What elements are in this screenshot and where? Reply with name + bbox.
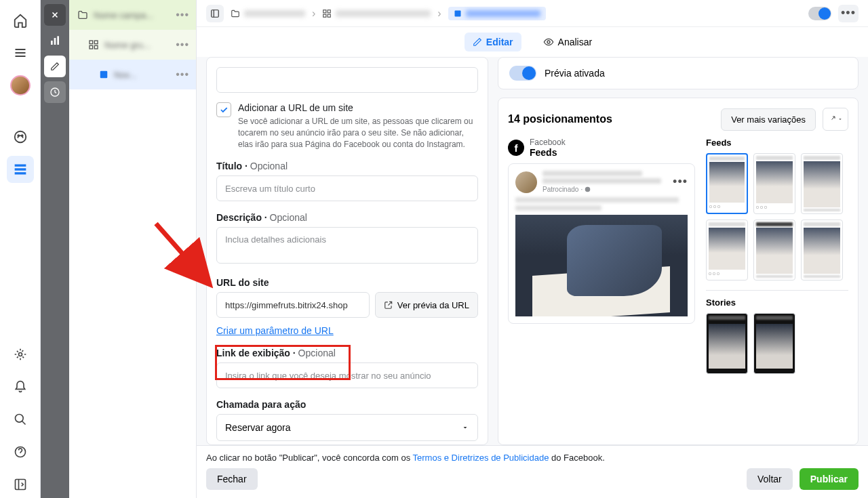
chevron-down-icon xyxy=(461,423,469,432)
svg-point-1 xyxy=(18,135,19,136)
more-icon[interactable]: ••• xyxy=(176,39,189,51)
thumbnail[interactable] xyxy=(801,220,843,281)
folder-icon xyxy=(231,9,240,18)
more-icon[interactable]: ••• xyxy=(176,68,189,81)
ad-preview: f Facebook Feeds xyxy=(508,138,695,383)
grid-icon xyxy=(88,39,99,50)
more-icon[interactable]: ••• xyxy=(838,5,859,22)
tree-ad[interactable]: Nov... ••• xyxy=(69,60,196,89)
more-variations-button[interactable]: Ver mais variações xyxy=(721,108,816,131)
tool-sidebar xyxy=(41,0,69,498)
table-icon[interactable] xyxy=(7,156,34,183)
svg-rect-10 xyxy=(51,41,53,45)
add-url-desc: Se você adicionar a URL de um site, as p… xyxy=(238,116,478,150)
crumb-adset[interactable] xyxy=(322,9,431,18)
crumb-campaign[interactable] xyxy=(231,9,305,18)
svg-rect-19 xyxy=(212,9,219,17)
svg-rect-14 xyxy=(90,41,93,44)
add-url-checkbox[interactable] xyxy=(216,102,231,117)
disclaimer: Ao clicar no botão "Publicar", você conc… xyxy=(206,453,859,463)
grid-icon xyxy=(322,9,332,18)
tree-campaign[interactable]: Nome campa... ••• xyxy=(69,0,196,30)
more-icon[interactable]: ••• xyxy=(673,175,688,189)
menu-icon[interactable] xyxy=(7,39,34,66)
title-input[interactable] xyxy=(216,175,478,201)
thumbnail-column: Feeds Stories xyxy=(706,138,848,383)
svg-point-0 xyxy=(14,131,26,143)
layout-icon[interactable] xyxy=(206,5,224,22)
tab-edit[interactable]: Editar xyxy=(465,33,521,51)
main-area: › › ••• Editar Analisar Adicionar a URL … xyxy=(197,0,868,498)
prior-field[interactable] xyxy=(216,67,478,93)
chart-icon[interactable] xyxy=(44,30,66,51)
thumbnail[interactable] xyxy=(706,313,748,374)
cta-select[interactable]: Reservar agora xyxy=(216,414,478,441)
terms-link[interactable]: Termos e Diretrizes de Publicidade xyxy=(413,453,549,463)
svg-rect-17 xyxy=(94,45,98,49)
status-toggle[interactable] xyxy=(808,7,831,20)
svg-rect-22 xyxy=(323,14,326,17)
title-label: Título · Opcional xyxy=(216,161,478,171)
url-label: URL do site xyxy=(216,277,478,288)
tree-adset[interactable]: Nome gru... ••• xyxy=(69,30,196,60)
pencil-icon[interactable] xyxy=(44,56,66,77)
svg-rect-23 xyxy=(328,14,330,17)
preview-switch[interactable] xyxy=(509,66,536,81)
folder-icon xyxy=(77,9,88,20)
home-icon[interactable] xyxy=(7,7,34,34)
svg-point-26 xyxy=(585,187,591,192)
publish-button[interactable]: Publicar xyxy=(800,468,859,490)
ad-image xyxy=(515,215,688,316)
back-button[interactable]: Voltar xyxy=(747,468,793,490)
close-button[interactable]: Fechar xyxy=(206,468,258,490)
more-icon[interactable]: ••• xyxy=(176,9,189,21)
svg-rect-5 xyxy=(14,172,26,174)
search-icon[interactable] xyxy=(7,406,34,433)
close-icon[interactable] xyxy=(44,4,66,26)
description-label: Descrição · Opcional xyxy=(216,212,478,223)
display-link-input[interactable] xyxy=(216,362,478,388)
globe-icon xyxy=(585,186,591,192)
thumbnail[interactable] xyxy=(753,153,795,214)
help-icon[interactable] xyxy=(7,438,34,465)
description-input[interactable] xyxy=(216,227,478,264)
edit-tabs: Editar Analisar xyxy=(197,27,868,57)
dashboard-icon[interactable] xyxy=(7,123,34,150)
eye-icon xyxy=(543,37,554,47)
panel-icon[interactable] xyxy=(7,471,34,498)
thumbnail[interactable] xyxy=(706,153,748,214)
bell-icon[interactable] xyxy=(7,373,34,400)
cta-label: Chamada para ação xyxy=(216,399,478,410)
settings-icon[interactable] xyxy=(7,341,34,368)
create-url-param-link[interactable]: Criar um parâmetro de URL xyxy=(216,325,334,337)
svg-point-7 xyxy=(15,415,23,423)
svg-rect-15 xyxy=(94,41,98,44)
svg-rect-16 xyxy=(90,45,93,49)
svg-rect-3 xyxy=(14,165,26,167)
svg-rect-21 xyxy=(328,9,330,12)
tab-analyze[interactable]: Analisar xyxy=(535,33,601,51)
svg-rect-18 xyxy=(100,71,108,79)
thumbnail[interactable] xyxy=(753,313,795,374)
pencil-icon xyxy=(473,37,482,47)
preview-url-button[interactable]: Ver prévia da URL xyxy=(375,292,478,318)
avatar[interactable] xyxy=(7,72,34,99)
svg-rect-11 xyxy=(54,38,56,45)
svg-point-6 xyxy=(18,353,22,356)
crumb-ad[interactable] xyxy=(448,7,546,20)
svg-point-25 xyxy=(547,41,550,43)
thumbnail[interactable] xyxy=(706,220,748,281)
expand-button[interactable] xyxy=(823,108,848,131)
svg-rect-20 xyxy=(323,9,326,12)
placements-title: 14 posicionamentos xyxy=(508,113,714,125)
url-input[interactable] xyxy=(216,292,370,318)
form-panel: Adicionar a URL de um site Se você adici… xyxy=(206,57,488,445)
placements-card: 14 posicionamentos Ver mais variações f … xyxy=(498,98,859,445)
thumbnail[interactable] xyxy=(753,220,795,281)
footer: Ao clicar no botão "Publicar", você conc… xyxy=(197,445,868,498)
campaign-tree: Nome campa... ••• Nome gru... ••• Nov...… xyxy=(69,0,197,498)
thumbnail[interactable] xyxy=(801,153,843,214)
clock-icon[interactable] xyxy=(44,81,66,103)
facebook-icon: f xyxy=(508,140,524,156)
add-url-label: Adicionar a URL de um site xyxy=(238,102,478,113)
